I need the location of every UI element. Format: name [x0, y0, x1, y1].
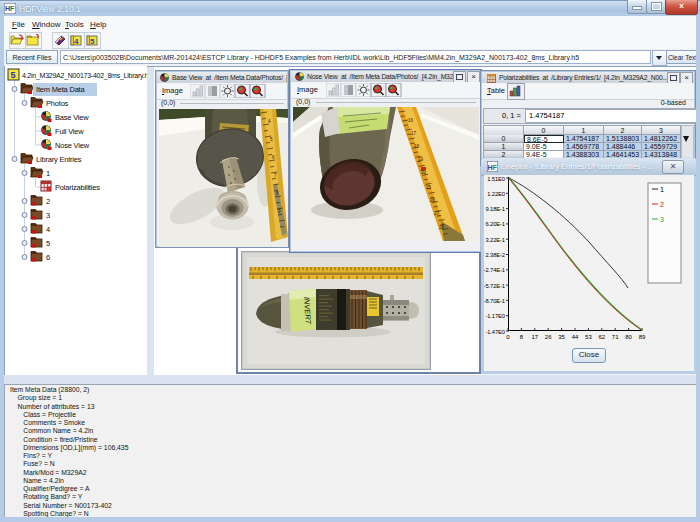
svg-text:-1.47E0: -1.47E0	[485, 329, 505, 335]
svg-text:F: F	[493, 164, 498, 171]
svg-text:19: 19	[418, 157, 424, 162]
svg-text:71: 71	[612, 334, 619, 340]
svg-text:9.18E-1: 9.18E-1	[485, 206, 505, 212]
svg-text:2: 2	[660, 201, 664, 208]
svg-text:26: 26	[545, 334, 552, 340]
svg-text:25: 25	[426, 185, 432, 190]
svg-text:-2.74E-1: -2.74E-1	[484, 267, 505, 273]
svg-text:6.20E-1: 6.20E-1	[485, 221, 505, 227]
svg-text:28: 28	[439, 225, 445, 230]
svg-text:53: 53	[585, 334, 592, 340]
svg-text:62: 62	[598, 334, 605, 340]
svg-text:5: 5	[90, 37, 95, 46]
svg-text:3.22E-1: 3.22E-1	[485, 237, 505, 243]
svg-text:26: 26	[430, 198, 436, 203]
svg-text:80: 80	[625, 334, 632, 340]
svg-text:44: 44	[572, 334, 579, 340]
svg-text:18: 18	[414, 144, 420, 149]
svg-text:89: 89	[639, 334, 646, 340]
svg-text:1.51E0: 1.51E0	[487, 176, 505, 182]
svg-text:3: 3	[660, 216, 664, 223]
svg-text:5: 5	[11, 70, 16, 80]
svg-text:-1.17E0: -1.17E0	[485, 313, 505, 319]
svg-text:17: 17	[411, 131, 417, 136]
svg-text:-5.72E-1: -5.72E-1	[484, 283, 505, 289]
svg-text:1.22E0: 1.22E0	[487, 191, 505, 197]
svg-text:4: 4	[74, 37, 79, 46]
svg-text:17: 17	[531, 334, 538, 340]
svg-text:16: 16	[408, 118, 414, 123]
svg-text:20: 20	[421, 170, 427, 175]
svg-text:35: 35	[558, 334, 565, 340]
svg-text:2.38E-2: 2.38E-2	[485, 252, 505, 258]
svg-text:27: 27	[434, 211, 440, 216]
svg-text:-8.70E-1: -8.70E-1	[484, 298, 505, 304]
svg-text:F: F	[10, 5, 15, 12]
svg-text:1: 1	[660, 186, 664, 193]
